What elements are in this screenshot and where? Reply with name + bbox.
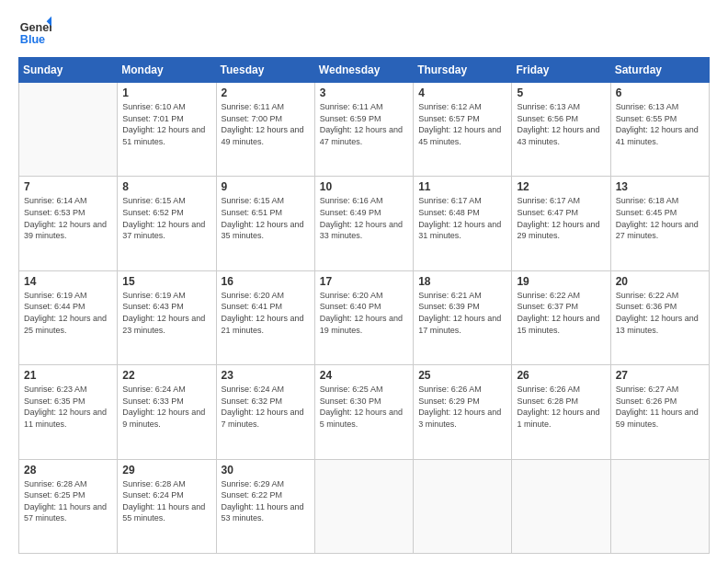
calendar-cell: 13Sunrise: 6:18 AMSunset: 6:45 PMDayligh… (610, 177, 709, 270)
day-number: 12 (517, 180, 605, 193)
day-number: 2 (222, 86, 310, 99)
calendar-cell: 2Sunrise: 6:11 AMSunset: 7:00 PMDaylight… (216, 83, 314, 177)
day-number: 22 (122, 369, 210, 382)
day-info: Sunrise: 6:11 AMSunset: 6:59 PMDaylight:… (320, 101, 408, 147)
day-info: Sunrise: 6:18 AMSunset: 6:45 PMDaylight:… (616, 195, 704, 241)
day-number: 20 (616, 275, 704, 288)
calendar-cell: 1Sunrise: 6:10 AMSunset: 7:01 PMDaylight… (118, 83, 216, 177)
day-number: 28 (24, 464, 112, 477)
calendar-cell: 12Sunrise: 6:17 AMSunset: 6:47 PMDayligh… (512, 177, 610, 270)
day-info: Sunrise: 6:10 AMSunset: 7:01 PMDaylight:… (122, 101, 210, 147)
calendar-cell: 26Sunrise: 6:26 AMSunset: 6:28 PMDayligh… (512, 365, 610, 459)
calendar-cell: 28Sunrise: 6:28 AMSunset: 6:25 PMDayligh… (19, 459, 118, 553)
day-number: 29 (122, 464, 210, 477)
day-info: Sunrise: 6:19 AMSunset: 6:43 PMDaylight:… (122, 290, 210, 336)
calendar-cell: 18Sunrise: 6:21 AMSunset: 6:39 PMDayligh… (414, 270, 512, 364)
day-info: Sunrise: 6:20 AMSunset: 6:40 PMDaylight:… (320, 290, 408, 336)
day-number: 9 (222, 180, 310, 193)
calendar-cell (19, 83, 118, 177)
day-info: Sunrise: 6:28 AMSunset: 6:25 PMDaylight:… (24, 478, 112, 524)
day-info: Sunrise: 6:26 AMSunset: 6:28 PMDaylight:… (517, 384, 605, 430)
calendar-cell: 22Sunrise: 6:24 AMSunset: 6:33 PMDayligh… (118, 365, 216, 459)
week-row-5: 28Sunrise: 6:28 AMSunset: 6:25 PMDayligh… (19, 459, 710, 553)
calendar-cell (414, 459, 512, 553)
calendar-cell (314, 459, 413, 553)
header: General Blue (18, 15, 710, 48)
day-number: 23 (222, 369, 310, 382)
calendar-cell: 6Sunrise: 6:13 AMSunset: 6:55 PMDaylight… (610, 83, 709, 177)
day-info: Sunrise: 6:19 AMSunset: 6:44 PMDaylight:… (24, 290, 112, 336)
day-number: 6 (616, 86, 704, 99)
col-header-monday: Monday (118, 58, 216, 83)
week-row-2: 7Sunrise: 6:14 AMSunset: 6:53 PMDaylight… (19, 177, 710, 270)
day-number: 10 (320, 180, 408, 193)
calendar-cell: 4Sunrise: 6:12 AMSunset: 6:57 PMDaylight… (414, 83, 512, 177)
col-header-wednesday: Wednesday (314, 58, 413, 83)
day-info: Sunrise: 6:22 AMSunset: 6:36 PMDaylight:… (616, 290, 704, 336)
day-number: 4 (418, 86, 506, 99)
calendar-cell: 30Sunrise: 6:29 AMSunset: 6:22 PMDayligh… (216, 459, 314, 553)
week-row-4: 21Sunrise: 6:23 AMSunset: 6:35 PMDayligh… (19, 365, 710, 459)
day-info: Sunrise: 6:14 AMSunset: 6:53 PMDaylight:… (24, 195, 112, 241)
day-info: Sunrise: 6:21 AMSunset: 6:39 PMDaylight:… (418, 290, 506, 336)
day-number: 15 (122, 275, 210, 288)
day-number: 8 (122, 180, 210, 193)
calendar-cell: 24Sunrise: 6:25 AMSunset: 6:30 PMDayligh… (314, 365, 413, 459)
calendar-cell: 25Sunrise: 6:26 AMSunset: 6:29 PMDayligh… (414, 365, 512, 459)
day-info: Sunrise: 6:28 AMSunset: 6:24 PMDaylight:… (122, 478, 210, 524)
day-info: Sunrise: 6:27 AMSunset: 6:26 PMDaylight:… (616, 384, 704, 430)
day-number: 11 (418, 180, 506, 193)
calendar-cell: 19Sunrise: 6:22 AMSunset: 6:37 PMDayligh… (512, 270, 610, 364)
day-info: Sunrise: 6:22 AMSunset: 6:37 PMDaylight:… (517, 290, 605, 336)
calendar-header-row: SundayMondayTuesdayWednesdayThursdayFrid… (19, 58, 710, 83)
day-info: Sunrise: 6:24 AMSunset: 6:33 PMDaylight:… (122, 384, 210, 430)
day-number: 21 (24, 369, 112, 382)
page: General Blue SundayMondayTuesdayWednesda… (0, 0, 728, 563)
calendar-cell: 21Sunrise: 6:23 AMSunset: 6:35 PMDayligh… (19, 365, 118, 459)
calendar-cell: 7Sunrise: 6:14 AMSunset: 6:53 PMDaylight… (19, 177, 118, 270)
calendar-cell: 11Sunrise: 6:17 AMSunset: 6:48 PMDayligh… (414, 177, 512, 270)
day-info: Sunrise: 6:17 AMSunset: 6:47 PMDaylight:… (517, 195, 605, 241)
day-number: 13 (616, 180, 704, 193)
week-row-3: 14Sunrise: 6:19 AMSunset: 6:44 PMDayligh… (19, 270, 710, 364)
svg-text:Blue: Blue (20, 33, 45, 46)
logo: General Blue (18, 15, 51, 48)
calendar-table: SundayMondayTuesdayWednesdayThursdayFrid… (18, 57, 710, 554)
day-number: 16 (222, 275, 310, 288)
day-number: 17 (320, 275, 408, 288)
calendar-cell: 16Sunrise: 6:20 AMSunset: 6:41 PMDayligh… (216, 270, 314, 364)
day-number: 3 (320, 86, 408, 99)
day-number: 19 (517, 275, 605, 288)
week-row-1: 1Sunrise: 6:10 AMSunset: 7:01 PMDaylight… (19, 83, 710, 177)
col-header-sunday: Sunday (19, 58, 118, 83)
calendar-cell: 14Sunrise: 6:19 AMSunset: 6:44 PMDayligh… (19, 270, 118, 364)
calendar-cell: 8Sunrise: 6:15 AMSunset: 6:52 PMDaylight… (118, 177, 216, 270)
day-info: Sunrise: 6:25 AMSunset: 6:30 PMDaylight:… (320, 384, 408, 430)
day-number: 14 (24, 275, 112, 288)
calendar-cell: 5Sunrise: 6:13 AMSunset: 6:56 PMDaylight… (512, 83, 610, 177)
day-number: 7 (24, 180, 112, 193)
calendar-cell: 3Sunrise: 6:11 AMSunset: 6:59 PMDaylight… (314, 83, 413, 177)
col-header-saturday: Saturday (610, 58, 709, 83)
day-info: Sunrise: 6:26 AMSunset: 6:29 PMDaylight:… (418, 384, 506, 430)
day-number: 18 (418, 275, 506, 288)
day-info: Sunrise: 6:15 AMSunset: 6:51 PMDaylight:… (222, 195, 310, 241)
calendar-cell: 9Sunrise: 6:15 AMSunset: 6:51 PMDaylight… (216, 177, 314, 270)
calendar-cell (610, 459, 709, 553)
calendar-cell: 15Sunrise: 6:19 AMSunset: 6:43 PMDayligh… (118, 270, 216, 364)
col-header-friday: Friday (512, 58, 610, 83)
col-header-tuesday: Tuesday (216, 58, 314, 83)
day-info: Sunrise: 6:16 AMSunset: 6:49 PMDaylight:… (320, 195, 408, 241)
calendar-cell: 20Sunrise: 6:22 AMSunset: 6:36 PMDayligh… (610, 270, 709, 364)
calendar-cell (512, 459, 610, 553)
calendar-cell: 27Sunrise: 6:27 AMSunset: 6:26 PMDayligh… (610, 365, 709, 459)
day-number: 5 (517, 86, 605, 99)
day-number: 25 (418, 369, 506, 382)
day-info: Sunrise: 6:12 AMSunset: 6:57 PMDaylight:… (418, 101, 506, 147)
calendar-cell: 10Sunrise: 6:16 AMSunset: 6:49 PMDayligh… (314, 177, 413, 270)
day-number: 30 (222, 464, 310, 477)
day-number: 27 (616, 369, 704, 382)
day-number: 24 (320, 369, 408, 382)
day-info: Sunrise: 6:11 AMSunset: 7:00 PMDaylight:… (222, 101, 310, 147)
col-header-thursday: Thursday (414, 58, 512, 83)
